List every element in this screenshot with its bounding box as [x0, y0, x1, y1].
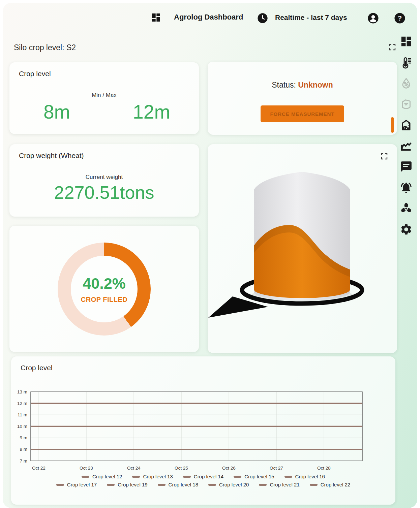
crop-level-chart: Oct 22Oct 23Oct 24Oct 25Oct 26Oct 27Oct … — [11, 387, 395, 471]
legend-dash-icon — [158, 484, 166, 486]
legend-item[interactable]: Crop level 19 — [107, 482, 147, 487]
legend-label: Crop level 22 — [321, 482, 350, 487]
legend-label: Crop level 12 — [92, 474, 122, 479]
force-measurement-button[interactable]: FORCE MEASUREMENT — [261, 105, 344, 122]
legend-dash-icon — [82, 476, 89, 478]
x-axis-label: Oct 24 — [127, 466, 141, 471]
crop-filled-percent: 40.2% — [83, 275, 126, 292]
x-axis-label: Oct 25 — [175, 466, 188, 471]
legend-label: Crop level 17 — [67, 482, 97, 487]
legend-item[interactable]: Crop level 22 — [310, 482, 350, 487]
legend-dash-icon — [234, 476, 241, 478]
crop-level-min-value: 8m — [9, 101, 104, 123]
status-card: Status: Unknown FORCE MEASUREMENT — [208, 62, 397, 135]
x-axis-label: Oct 26 — [222, 466, 236, 471]
fan-icon — [400, 202, 413, 215]
sidebar-item-ventilation[interactable] — [399, 202, 413, 215]
legend-item[interactable]: Crop level 20 — [208, 482, 249, 487]
sidebar-item-messages[interactable] — [399, 160, 413, 173]
legend-item[interactable]: Crop level 21 — [259, 482, 299, 487]
sidebar — [395, 35, 417, 236]
chart-title: Crop level — [21, 364, 53, 372]
legend-label: Crop level 19 — [118, 482, 147, 487]
x-axis-label: Oct 27 — [270, 466, 283, 471]
x-axis-label: Oct 23 — [80, 466, 93, 471]
page-title: Silo crop level: S2 — [14, 43, 76, 52]
apps-grid-icon[interactable] — [151, 12, 161, 23]
legend-label: Crop level 21 — [270, 482, 299, 487]
legend-dash-icon — [56, 484, 64, 486]
dashboard-icon — [400, 35, 413, 48]
legend-item[interactable]: Crop level 18 — [158, 482, 198, 487]
crop-level-max-value: 12m — [104, 101, 199, 123]
sidebar-item-temperature[interactable] — [399, 56, 413, 69]
y-axis-label: 10 m — [17, 424, 27, 429]
y-axis-label: 7 m — [20, 458, 27, 464]
y-axis-label: 8 m — [20, 447, 27, 452]
card-title: Crop weight (Wheat) — [19, 152, 84, 160]
x-axis-label: Oct 22 — [32, 466, 46, 471]
minmax-label: Min / Max — [9, 92, 199, 99]
sidebar-item-settings[interactable] — [399, 223, 413, 236]
dashboard-panel: Agrolog Dashboard Realtime - last 7 days… — [3, 3, 417, 508]
legend-item[interactable]: Crop level 16 — [284, 474, 325, 479]
crop-filled-caption: CROP FILLED — [81, 296, 127, 304]
x-axis-label: Oct 28 — [317, 466, 331, 471]
legend-label: Crop level 20 — [219, 482, 249, 487]
crop-level-card: Crop level Min / Max 8m 12m — [9, 62, 199, 134]
legend-item[interactable]: Crop level 17 — [56, 482, 97, 487]
sidebar-item-silo-scan[interactable] — [399, 98, 413, 110]
y-axis-label: 12 m — [17, 401, 27, 406]
crop-weight-card: Crop weight (Wheat) Current weight 2270.… — [9, 144, 199, 217]
legend-label: Crop level 15 — [244, 474, 274, 479]
svg-text:?: ? — [398, 14, 402, 22]
sidebar-item-alarms[interactable] — [399, 181, 413, 194]
gear-icon — [400, 223, 413, 236]
legend-dash-icon — [107, 484, 115, 486]
y-axis-label: 13 m — [17, 389, 27, 394]
chart-legend: Crop level 12Crop level 13Crop level 14C… — [11, 474, 395, 487]
legend-dash-icon — [259, 484, 267, 486]
crop-filled-donut: 40.2% CROP FILLED — [58, 243, 151, 336]
sidebar-item-silo-crop-level[interactable] — [399, 119, 413, 131]
status-label: Status: — [272, 81, 298, 89]
crop-weight-value: 2270.51tons — [9, 182, 199, 203]
humidity-percent-icon — [400, 77, 413, 90]
legend-dash-icon — [284, 476, 292, 478]
sidebar-item-dashboard[interactable] — [399, 35, 413, 48]
legend-item[interactable]: Crop level 13 — [132, 474, 173, 479]
message-icon — [400, 160, 413, 173]
legend-row: Crop level 17Crop level 19Crop level 18C… — [11, 482, 395, 487]
thermometer-icon — [400, 56, 413, 69]
silo-3d-card — [208, 144, 397, 353]
crop-filled-card: 40.2% CROP FILLED — [9, 226, 199, 352]
silo-scan-icon — [400, 98, 413, 110]
help-icon[interactable]: ? — [394, 12, 406, 24]
sidebar-item-humidity[interactable] — [399, 77, 413, 90]
legend-dash-icon — [183, 476, 191, 478]
legend-item[interactable]: Crop level 12 — [82, 474, 122, 479]
sidebar-item-history-chart[interactable] — [399, 139, 413, 152]
legend-label: Crop level 14 — [194, 474, 223, 479]
current-weight-label: Current weight — [9, 174, 199, 181]
silo-3d-view[interactable] — [208, 144, 397, 353]
card-title: Crop level — [19, 70, 51, 78]
account-icon[interactable] — [367, 12, 379, 24]
fullscreen-icon[interactable] — [380, 152, 388, 160]
legend-label: Crop level 13 — [143, 474, 173, 479]
legend-item[interactable]: Crop level 15 — [234, 474, 274, 479]
bell-icon — [400, 181, 413, 194]
legend-label: Crop level 16 — [295, 474, 325, 479]
legend-dash-icon — [208, 484, 216, 486]
y-axis-label: 11 m — [18, 412, 27, 417]
legend-item[interactable]: Crop level 14 — [183, 474, 223, 479]
legend-dash-icon — [132, 476, 140, 478]
status-value: Unknown — [298, 81, 333, 89]
clock-icon[interactable] — [257, 13, 268, 24]
y-axis-label: 9 m — [20, 435, 27, 440]
legend-label: Crop level 18 — [169, 482, 198, 487]
legend-dash-icon — [310, 484, 318, 486]
time-range-selector[interactable]: Realtime - last 7 days — [275, 13, 347, 22]
line-chart-icon — [400, 139, 413, 152]
legend-row: Crop level 12Crop level 13Crop level 14C… — [11, 474, 395, 479]
